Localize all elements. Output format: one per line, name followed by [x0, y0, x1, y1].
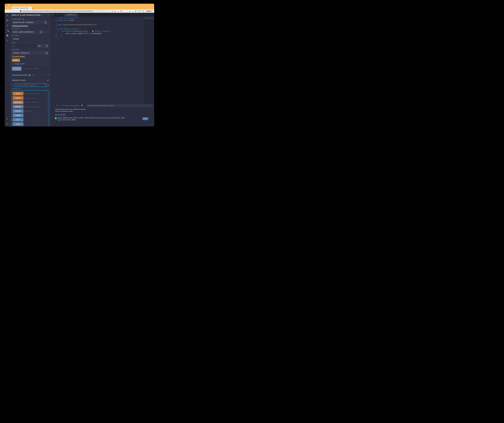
clear-instances-icon[interactable]: 🗑: [47, 79, 49, 81]
function-row: allowanceaddress owner, address spen⌄: [13, 105, 48, 108]
at-address-button[interactable]: At Address: [12, 67, 21, 71]
profile-icon[interactable]: ◐: [143, 10, 144, 12]
edit-account-icon[interactable]: ✎: [47, 31, 49, 33]
expand-args-icon[interactable]: ⌄: [46, 106, 48, 107]
function-args-input[interactable]: address spender, uint256 val: [24, 92, 46, 95]
line-number: 7: [51, 30, 57, 32]
at-address-row: At Address Load contract from Address: [12, 67, 49, 71]
value-input[interactable]: 0: [12, 44, 36, 48]
minimize-window-icon[interactable]: [8, 5, 9, 6]
minimap[interactable]: [144, 17, 154, 104]
svg-point-4: [7, 40, 8, 41]
expand-args-icon[interactable]: ⌄: [46, 93, 48, 94]
publish-ipfs-row[interactable]: Publish to IPFS: [12, 63, 49, 65]
bookmark-icon[interactable]: ▯: [16, 10, 17, 12]
gas-limit-input[interactable]: 3000000: [12, 37, 29, 41]
panel-collapse-icon[interactable]: ›: [48, 14, 49, 16]
at-address-input[interactable]: Load contract from Address: [21, 67, 49, 71]
debug-button[interactable]: Debug: [142, 117, 148, 120]
zoom-out-editor-icon[interactable]: ⤢: [55, 14, 58, 16]
deploy-button[interactable]: Deploy: [12, 59, 20, 62]
zoom-out-icon[interactable]: ⊖: [109, 10, 110, 12]
copy-account-icon[interactable]: ⧉: [44, 31, 46, 33]
file-explorer-icon[interactable]: [6, 19, 9, 22]
terminal-search-input[interactable]: Search with transaction hash or address: [87, 104, 153, 107]
copy-address-icon[interactable]: ⧉: [45, 84, 46, 86]
function-button-transfer[interactable]: transfer: [13, 96, 24, 100]
back-icon[interactable]: ◁: [6, 10, 8, 12]
code-content[interactable]: // SPDX-License-Identifier: MIT pragma s…: [58, 17, 144, 104]
browser-tab[interactable]: ◆ Remix - Ethereum IDE ×: [12, 6, 32, 9]
forward-icon[interactable]: ▷: [9, 10, 11, 12]
instance-name-box[interactable]: MYTOKEN AT 0XD0B...C3474 (BLOC ⧉: [14, 83, 47, 87]
new-tab-button[interactable]: +: [32, 7, 35, 9]
browser-window: ◆ Remix - Ethereum IDE × + ◁ ▷ ⟳ ▯ 🅰 rem…: [5, 4, 154, 127]
function-row: transferFromaddress from, address to, ui…: [13, 101, 48, 104]
function-button-name[interactable]: name: [13, 118, 24, 122]
function-button-approve[interactable]: approve: [13, 92, 24, 95]
function-args-input[interactable]: address owner, address spen: [24, 105, 46, 108]
environment-select[interactable]: Injected Provider - MetaMask ▲▼: [12, 20, 48, 24]
expand-args-icon[interactable]: ⌄: [46, 97, 48, 99]
tab-close-icon[interactable]: ×: [30, 7, 30, 9]
account-select[interactable]: 0x58D...44eF8 (0.404953215 ▲▼: [12, 30, 43, 34]
panel-title-row: DEPLOY & RUN TRANSACTIONS ✔ ›: [10, 13, 51, 17]
maximize-window-icon[interactable]: [10, 5, 12, 6]
function-args-input[interactable]: address to, uint256 value: [24, 96, 46, 100]
log-expand-icon[interactable]: ⌄: [149, 117, 150, 119]
compiler-icon[interactable]: [6, 29, 9, 32]
ext-green-icon[interactable]: ●: [123, 10, 125, 12]
plugin-manager-icon[interactable]: [6, 117, 9, 120]
terminal-toggle-icon[interactable]: ⌄: [52, 105, 54, 106]
expand-args-icon[interactable]: ⌄: [46, 110, 48, 112]
function-button-decimals[interactable]: decimals: [13, 114, 24, 117]
ext-yellow-icon[interactable]: ●: [126, 10, 128, 12]
function-args-input[interactable]: address account: [24, 109, 46, 113]
terminal-body[interactable]: Type the library name to see available c…: [51, 108, 154, 127]
update-button[interactable]: Update≡: [145, 10, 153, 12]
settings-icon[interactable]: [6, 123, 9, 125]
checkbox-icon[interactable]: [12, 63, 13, 65]
zoom-in-editor-icon[interactable]: ⤡: [59, 14, 61, 16]
account-add-icon[interactable]: ⊕: [19, 28, 21, 30]
ext-brave-icon[interactable]: ◧: [114, 10, 116, 12]
remove-instance-icon[interactable]: ×: [48, 84, 49, 86]
ext-metamask-icon[interactable]: 🦊: [120, 10, 122, 12]
tx-info-icon[interactable]: ⓘ: [31, 74, 33, 76]
ext-puzzle-icon[interactable]: ⊞: [129, 10, 131, 12]
site-info-icon[interactable]: 🅰: [20, 10, 21, 12]
ext-triangle-icon[interactable]: △: [117, 10, 119, 12]
function-button-balanceOf[interactable]: balanceOf: [13, 109, 24, 113]
search-icon[interactable]: [6, 24, 9, 27]
reload-icon[interactable]: ⟳: [12, 10, 14, 12]
vpn-indicator[interactable]: VPN: [138, 10, 142, 12]
function-button-allowance[interactable]: allowance: [13, 105, 24, 108]
terminal-prompt[interactable]: >: [52, 121, 150, 123]
close-window-icon[interactable]: [6, 5, 7, 6]
value-unit-select[interactable]: Wei ▲▼: [37, 44, 49, 48]
checkbox-icon[interactable]: [62, 105, 64, 106]
deploy-icon[interactable]: [6, 34, 9, 37]
listen-toggle[interactable]: listen on all transactions: [62, 105, 79, 106]
environment-info-icon[interactable]: i: [48, 22, 49, 23]
url-bar[interactable]: 🅰 remix.ethereum.org/#lang=en&optimize=f…: [19, 10, 107, 12]
ext-window-icon[interactable]: ▣: [135, 10, 137, 12]
terminal-search-icon[interactable]: 🔍: [81, 105, 84, 106]
contract-select[interactable]: MyToken - MyToken.sol ▲▼: [12, 51, 49, 55]
run-icon[interactable]: ▶: [52, 14, 54, 16]
remix-logo-icon[interactable]: [6, 14, 9, 17]
function-args-input[interactable]: address from, address to, uin: [24, 101, 46, 104]
clear-terminal-icon[interactable]: ⊘: [56, 105, 59, 106]
function-button-symbol[interactable]: symbol: [13, 122, 24, 126]
debugger-icon[interactable]: [6, 39, 9, 42]
code-editor[interactable]: 1 2 3 4 5 6 7 8 9 10 // SPDX-License-Ide…: [51, 17, 154, 104]
expand-args-icon[interactable]: ⌄: [46, 102, 48, 103]
transactions-recorded-row[interactable]: Transactions recorded 1 ⓘ ›: [10, 72, 51, 78]
ext-square-icon[interactable]: ◻: [132, 10, 134, 12]
instance-expand-icon[interactable]: ⌄: [12, 84, 13, 86]
etherscan-link[interactable]: view on etherscan: [55, 114, 66, 115]
editor-tab[interactable]: Ş MyToken.sol ×: [64, 13, 78, 16]
close-tab-icon[interactable]: ×: [76, 14, 77, 15]
lock-icon[interactable]: 🔒: [112, 10, 113, 12]
function-button-transferFrom[interactable]: transferFrom: [13, 101, 24, 104]
